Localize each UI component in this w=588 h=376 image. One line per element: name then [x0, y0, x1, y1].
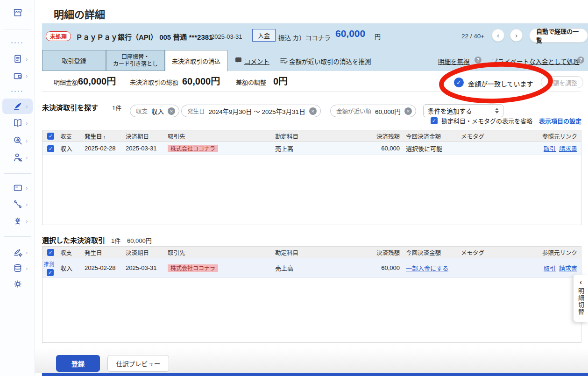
sidebar-item-home[interactable]: [0, 6, 35, 20]
col-header-remaining: 決済残額: [369, 248, 402, 257]
sidebar-item-entry-settings[interactable]: ›: [0, 245, 35, 259]
sidebar-item-reports[interactable]: ›: [0, 134, 35, 148]
chip-close-icon[interactable]: ×: [309, 107, 317, 115]
display-options-row: ✓ 勘定科目・メモタグの表示を省略 表示項目の設定: [431, 116, 581, 125]
col-header-label: 発生日: [85, 134, 102, 140]
filter-chip-date-range[interactable]: 発生日 2024年9月30日 〜 2025年3月31日 ×: [181, 105, 321, 117]
chip-value: 2024年9月30日 〜 2025年3月31日: [209, 106, 305, 116]
comment-link[interactable]: コメント: [244, 57, 269, 66]
help-icon[interactable]: ?: [577, 57, 584, 64]
document-icon: [13, 54, 23, 64]
chip-close-icon[interactable]: ×: [404, 107, 412, 115]
invoice-link[interactable]: 請求書: [559, 263, 577, 272]
selected-transaction-row[interactable]: 推測 ✓ 収入 2025-02-28 2025-03-31 株式会社ココナラ 売…: [43, 258, 581, 278]
sidebar-collapsed-dots[interactable]: [11, 42, 22, 43]
chip-value: 60,000円: [375, 106, 401, 116]
statement-switch-panel[interactable]: ‹ 明細切替: [574, 275, 588, 322]
display-settings-link[interactable]: 表示項目の設定: [539, 116, 581, 125]
col-header-remaining: 決済残額: [369, 132, 402, 141]
statement-detail-screen: › › › › ›: [0, 0, 588, 376]
statement-amount: 60,000: [335, 28, 365, 39]
guess-clearing-link[interactable]: 金額が近い取引の消込を推測: [289, 57, 371, 66]
select-all-checkbox[interactable]: ✓: [47, 133, 54, 140]
diff-adjust-value: 0円: [273, 74, 288, 87]
prev-statement-button[interactable]: ‹: [492, 29, 504, 42]
statement-switch-label: 明細切替: [576, 288, 585, 316]
selected-section-title: 選択した未決済取引: [42, 235, 105, 245]
col-header-account: 勘定科目: [273, 248, 369, 257]
tab-register-transaction[interactable]: 取引登録: [42, 50, 106, 71]
bottom-accent-bar: [42, 373, 588, 376]
sidebar: › › › › ›: [0, 0, 35, 376]
transaction-link[interactable]: 取引: [544, 263, 556, 272]
sidebar-item-books[interactable]: ›: [0, 116, 35, 130]
filter-chip-amount[interactable]: 金額が近い順 60,000円 ×: [330, 105, 416, 117]
guess-badge: 推測: [44, 260, 58, 268]
col-header-partner: 取引先: [166, 132, 273, 141]
ignore-statement-link[interactable]: 明細を無視: [438, 57, 470, 66]
chevron-right-icon: ›: [26, 249, 28, 256]
sidebar-item-growth[interactable]: ›: [0, 214, 35, 228]
omit-account-memo-checkbox[interactable]: ✓: [431, 117, 438, 124]
statement-description: 振込 カ）ココナラ: [278, 33, 331, 42]
cell-due-date: 2025-03-31: [124, 264, 166, 271]
unsettled-transaction-row[interactable]: ✓ 収入 2025-02-28 2025-03-31 株式会社ココナラ 売上高 …: [43, 142, 581, 155]
col-header-due-date: 決済期日: [124, 132, 166, 141]
invoice-link[interactable]: 請求書: [559, 144, 577, 153]
next-statement-button[interactable]: ›: [510, 29, 523, 42]
card-icon: [13, 183, 23, 193]
tab-transfer-line1: 口座振替・: [121, 54, 149, 60]
search-result-count: 1件: [112, 103, 121, 112]
pen-gear-icon: [13, 247, 23, 257]
select-all-checkbox[interactable]: ✓: [47, 249, 54, 256]
direction-badge: 入金: [252, 29, 276, 42]
private-deposit-link[interactable]: プライベートな入金として処理: [491, 57, 580, 66]
sidebar-item-manual-entry-active[interactable]: ›: [0, 99, 35, 113]
row-checkbox[interactable]: ✓: [47, 269, 54, 276]
filter-chip-inout[interactable]: 収支 収入 ×: [130, 105, 179, 117]
transaction-link[interactable]: 取引: [544, 144, 556, 153]
col-header-issue-date[interactable]: 発生日↑: [83, 132, 124, 141]
col-header-memo-tag: メモタグ: [459, 132, 540, 141]
sidebar-item-workflow[interactable]: ›: [0, 197, 35, 211]
comment-bubble-icon: [235, 57, 241, 62]
auto-accounting-list-button[interactable]: 自動で経理の一覧: [529, 28, 588, 43]
tab-clear-unsettled[interactable]: 未決済取引の消込: [165, 50, 227, 71]
cell-inout: 収入: [58, 263, 83, 272]
table-header-row: ✓ 収支 発生日 決済期日 取引先 勘定科目 決済残額 今回決済金額 メモタグ …: [43, 247, 581, 258]
tab-account-transfer[interactable]: 口座振替・ カード引き落とし: [106, 50, 165, 71]
chevron-left-icon: ‹: [580, 278, 582, 286]
selected-total: 60,000円: [127, 236, 152, 245]
col-header-issue-date: 発生日: [83, 248, 124, 257]
sidebar-item-master-data[interactable]: ›: [0, 261, 35, 275]
row-checkbox[interactable]: ✓: [47, 145, 54, 152]
sidebar-item-tax[interactable]: ›: [0, 150, 35, 164]
page-title: 明細の詳細: [54, 6, 105, 21]
sidebar-item-settings[interactable]: [0, 277, 35, 291]
sort-asc-icon: ↑: [103, 134, 106, 140]
sidebar-item-documents[interactable]: ›: [0, 52, 35, 66]
partial-deposit-link[interactable]: 一部入金にする: [406, 265, 448, 272]
cell-account: 売上高: [273, 263, 369, 272]
selected-count: 1件: [111, 236, 120, 245]
register-button[interactable]: 登録: [56, 355, 100, 372]
sidebar-collapsed-dots[interactable]: [11, 91, 22, 92]
col-header-ref-links: 参照元リンク: [540, 132, 581, 141]
chip-close-icon[interactable]: ×: [168, 107, 175, 115]
table-header-row: ✓ 収支 発生日↑ 決済期日 取引先 勘定科目 決済残額 今回決済金額 メモタグ…: [43, 130, 581, 142]
route-icon: [13, 199, 23, 209]
adjust-difference-button[interactable]: 差額を調整: [541, 76, 583, 88]
sidebar-item-wallet[interactable]: ›: [0, 69, 35, 83]
add-condition-select[interactable]: 条件を追加する: [423, 104, 503, 117]
chevron-right-icon: ›: [26, 201, 28, 208]
help-icon[interactable]: ?: [475, 57, 482, 64]
chevron-right-icon: ›: [515, 32, 517, 39]
sidebar-item-cards[interactable]: ›: [0, 181, 35, 195]
journal-preview-button[interactable]: 仕訳プレビュー: [107, 355, 169, 372]
cell-inout: 収入: [58, 144, 83, 153]
cell-due-date: 2025-03-31: [124, 145, 166, 152]
search-section-title: 未決済取引を探す: [42, 102, 98, 112]
chip-label: 収支: [136, 106, 148, 115]
col-header-ref-links: 参照元リンク: [540, 248, 581, 257]
select-arrows-icon: [495, 108, 499, 114]
